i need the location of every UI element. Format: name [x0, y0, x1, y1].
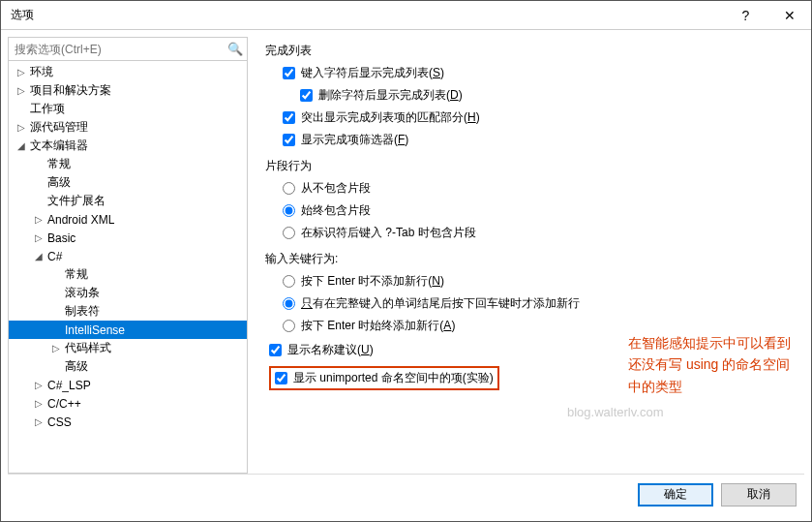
tree-item[interactable]: ▷源代码管理 [9, 118, 247, 137]
label-enter-no-newline: 按下 Enter 时不添加新行(N) [301, 273, 444, 290]
tree-item[interactable]: ▷C/C++ [9, 394, 247, 413]
tree-item-label: 文件扩展名 [45, 193, 105, 209]
close-button[interactable]: ✕ [767, 1, 811, 30]
label-snippet-never: 从不包含片段 [301, 180, 371, 197]
tree-item-label: C/C++ [45, 397, 81, 411]
annotation-line2: 还没有写 using 的命名空间 [628, 353, 791, 375]
tree-item-label: Basic [45, 231, 75, 245]
window-title: 选项 [11, 7, 724, 23]
label-snippet-tab: 在标识符后键入 ?-Tab 时包含片段 [301, 225, 476, 241]
tree-item-label: 工作项 [28, 101, 65, 117]
expand-arrow-icon[interactable]: ▷ [32, 232, 45, 243]
tree-item[interactable]: ▷项目和解决方案 [9, 81, 247, 100]
cancel-button[interactable]: 取消 [721, 483, 797, 507]
option-enter-no-newline[interactable]: 按下 Enter 时不添加新行(N) [283, 273, 795, 290]
checkbox-show-name-suggestions[interactable] [269, 344, 282, 356]
label-show-name-suggestions: 显示名称建议(U) [287, 342, 374, 358]
checkbox-show-unimported[interactable] [275, 372, 287, 384]
help-button[interactable]: ? [724, 1, 767, 30]
annotation-line3: 中的类型 [628, 376, 791, 397]
tree-item-label: 高级 [45, 174, 71, 191]
option-enter-only-full[interactable]: 只有在完整键入的单词结尾后按下回车键时才添加新行 [283, 295, 795, 312]
option-show-filters[interactable]: 显示完成项筛选器(F) [283, 132, 795, 148]
expand-arrow-icon[interactable]: ▷ [15, 67, 28, 77]
search-row: 🔍 [9, 38, 247, 61]
label-snippet-always: 始终包含片段 [301, 202, 371, 219]
highlighted-option: 显示 unimported 命名空间中的项(实验) [269, 366, 499, 390]
tree-item[interactable]: ▷Basic [9, 229, 247, 247]
radio-snippet-tab[interactable] [283, 227, 295, 239]
ok-button[interactable]: 确定 [638, 483, 713, 507]
checkbox-show-filters[interactable] [283, 134, 295, 146]
tree-item-label: 项目和解决方案 [28, 82, 111, 99]
tree-item-label: 环境 [28, 64, 53, 80]
tree-item[interactable]: 制表符 [9, 302, 247, 321]
tree-item[interactable]: 常规 [9, 265, 247, 284]
tree-item[interactable]: 常规 [9, 155, 247, 173]
main-area: 🔍 ▷环境▷项目和解决方案工作项▷源代码管理◢文本编辑器常规高级文件扩展名▷An… [8, 37, 804, 474]
option-snippet-tab[interactable]: 在标识符后键入 ?-Tab 时包含片段 [283, 225, 795, 241]
watermark: blog.walterlv.com [567, 405, 663, 419]
option-show-after-delete[interactable]: 删除字符后显示完成列表(D) [300, 87, 795, 104]
expand-arrow-icon[interactable]: ▷ [32, 398, 45, 409]
tree-item[interactable]: 高级 [9, 173, 247, 192]
dialog-footer: 确定 取消 [8, 474, 804, 514]
options-tree[interactable]: ▷环境▷项目和解决方案工作项▷源代码管理◢文本编辑器常规高级文件扩展名▷Andr… [9, 61, 247, 473]
tree-item-label: 滚动条 [63, 285, 100, 301]
option-snippet-never[interactable]: 从不包含片段 [283, 180, 795, 197]
tree-item[interactable]: ▷环境 [9, 63, 247, 81]
radio-enter-no-newline[interactable] [283, 275, 295, 288]
checkbox-show-after-char[interactable] [283, 67, 295, 79]
expand-arrow-icon[interactable]: ◢ [15, 140, 28, 151]
tree-item-label: CSS [45, 415, 72, 429]
options-dialog: 选项 ? ✕ 🔍 ▷环境▷项目和解决方案工作项▷源代码管理◢文本编辑器常规高级文… [0, 0, 812, 522]
label-show-filters: 显示完成项筛选器(F) [301, 132, 408, 148]
tree-item[interactable]: ▷代码样式 [9, 339, 247, 357]
checkbox-show-after-delete[interactable] [300, 89, 313, 102]
label-show-after-char: 键入字符后显示完成列表(S) [301, 65, 444, 81]
label-highlight-match: 突出显示完成列表项的匹配部分(H) [301, 109, 480, 126]
expand-arrow-icon[interactable]: ▷ [32, 214, 45, 225]
tree-item[interactable]: IntelliSense [9, 321, 247, 339]
tree-item[interactable]: ▷CSS [9, 413, 247, 431]
expand-arrow-icon[interactable]: ▷ [32, 380, 45, 390]
radio-snippet-always[interactable] [283, 204, 295, 217]
tree-item-label: 常规 [45, 156, 71, 172]
settings-panel: 完成列表 键入字符后显示完成列表(S) 删除字符后显示完成列表(D) 突出显示完… [248, 37, 804, 474]
snippet-group-title: 片段行为 [265, 158, 795, 174]
expand-arrow-icon[interactable]: ▷ [15, 85, 28, 96]
tree-item[interactable]: 文件扩展名 [9, 192, 247, 210]
tree-item[interactable]: ▷Android XML [9, 210, 247, 229]
expand-arrow-icon[interactable]: ▷ [49, 343, 63, 353]
tree-item-label: 高级 [63, 358, 88, 375]
label-show-after-delete: 删除字符后显示完成列表(D) [318, 87, 463, 104]
radio-enter-always[interactable] [283, 320, 295, 332]
left-panel: 🔍 ▷环境▷项目和解决方案工作项▷源代码管理◢文本编辑器常规高级文件扩展名▷An… [8, 37, 248, 474]
titlebar: 选项 ? ✕ [1, 1, 811, 30]
expand-arrow-icon[interactable]: ▷ [32, 416, 45, 427]
option-show-after-char[interactable]: 键入字符后显示完成列表(S) [283, 65, 795, 81]
tree-item-label: IntelliSense [63, 323, 125, 337]
checkbox-highlight-match[interactable] [283, 111, 295, 124]
option-snippet-always[interactable]: 始终包含片段 [283, 202, 795, 219]
dialog-body: 🔍 ▷环境▷项目和解决方案工作项▷源代码管理◢文本编辑器常规高级文件扩展名▷An… [1, 30, 811, 521]
tree-item[interactable]: 高级 [9, 357, 247, 376]
label-show-unimported: 显示 unimported 命名空间中的项(实验) [293, 370, 494, 386]
tree-item[interactable]: ◢文本编辑器 [9, 137, 247, 155]
option-highlight-match[interactable]: 突出显示完成列表项的匹配部分(H) [283, 109, 795, 126]
annotation-text: 在智能感知提示中可以看到 还没有写 using 的命名空间 中的类型 [628, 332, 791, 397]
tree-item[interactable]: ▷C#_LSP [9, 376, 247, 394]
radio-snippet-never[interactable] [283, 182, 295, 195]
expand-arrow-icon[interactable]: ▷ [15, 122, 28, 133]
tree-item[interactable]: 滚动条 [9, 284, 247, 302]
tree-item-label: 常规 [63, 266, 88, 283]
search-icon[interactable]: 🔍 [224, 42, 247, 56]
tree-item-label: 制表符 [63, 303, 100, 320]
tree-item-label: C#_LSP [45, 379, 91, 392]
radio-enter-only-full[interactable] [283, 297, 295, 310]
tree-item[interactable]: 工作项 [9, 100, 247, 118]
tree-item[interactable]: ◢C# [9, 247, 247, 265]
expand-arrow-icon[interactable]: ◢ [32, 251, 45, 261]
tree-item-label: 源代码管理 [28, 119, 88, 136]
search-input[interactable] [9, 40, 224, 59]
